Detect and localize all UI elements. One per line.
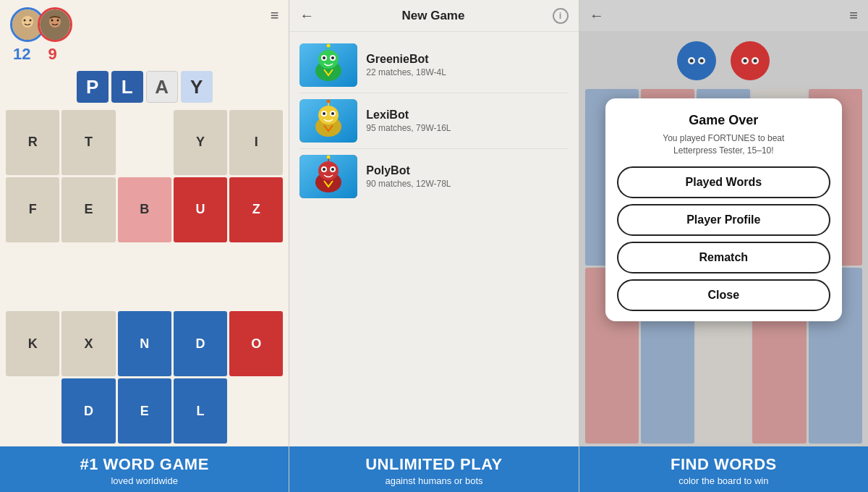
cell	[6, 245, 59, 310]
cell: E	[118, 378, 171, 444]
hamburger-menu-icon[interactable]: ≡	[271, 7, 279, 24]
bot-item-polybot[interactable]: PolyBot 90 matches, 12W-78L	[289, 149, 578, 204]
bot-stats-greeniebot: 22 matches, 18W-4L	[366, 67, 568, 77]
score-red: 9	[48, 45, 56, 64]
cell: N	[118, 311, 171, 376]
bot-info-polybot: PolyBot 90 matches, 12W-78L	[366, 164, 568, 189]
panel2-banner-main: UNLIMITED PLAY	[297, 455, 571, 474]
bot-name-polybot: PolyBot	[366, 164, 568, 177]
cell: E	[61, 177, 115, 242]
panel-1: 12 9 ≡ P L A Y R T Y I F E B U Z	[0, 0, 289, 492]
cell	[118, 110, 171, 175]
svg-point-34	[331, 168, 334, 171]
svg-point-25	[331, 112, 334, 115]
svg-point-16	[331, 56, 334, 59]
bot-thumb-polybot	[299, 155, 357, 198]
panel3-banner-main: FIND WORDS	[587, 455, 861, 474]
panel1-banner-main: #1 WORD GAME	[7, 455, 281, 474]
svg-point-27	[327, 100, 331, 103]
panel3-hamburger-icon[interactable]: ≡	[849, 7, 858, 24]
cell: K	[6, 311, 59, 376]
panel2-banner: UNLIMITED PLAY against humans or bots	[289, 446, 578, 492]
panel2-header: ← New Game i	[289, 0, 578, 32]
bot-item-lexibot[interactable]: LexiBot 95 matches, 79W-16L	[289, 93, 578, 148]
play-word: P L A Y	[0, 64, 289, 107]
cell: Y	[174, 110, 227, 175]
cell: T	[61, 110, 115, 175]
tile-P: P	[77, 71, 109, 103]
info-icon[interactable]: i	[553, 8, 569, 24]
cell: Z	[229, 177, 283, 242]
player-profile-button[interactable]: Player Profile	[617, 204, 830, 236]
played-words-button[interactable]: Played Words	[617, 166, 830, 198]
panel2-title: New Game	[402, 9, 465, 23]
svg-point-4	[30, 20, 32, 22]
bot-stats-polybot: 90 matches, 12W-78L	[366, 179, 568, 189]
panel3-banner-sub: color the board to win	[587, 475, 861, 486]
bot-thumb-lexibot	[299, 99, 357, 143]
board-grid: R T Y I F E B U Z K X N D O D E L	[0, 107, 289, 446]
cell: D	[174, 311, 227, 376]
avatar-player2	[38, 7, 72, 42]
panel2-banner-sub: against humans or bots	[297, 475, 571, 486]
svg-point-8	[51, 20, 54, 22]
modal-overlay: Game Over You played FORTUNES to beatLet…	[579, 31, 868, 389]
bot-info-lexibot: LexiBot 95 matches, 79W-16L	[366, 109, 568, 133]
svg-point-18	[327, 44, 331, 48]
svg-point-1	[22, 16, 33, 27]
close-button[interactable]: Close	[617, 279, 830, 311]
cell	[6, 378, 59, 444]
panel-3: ← ≡	[579, 0, 868, 492]
svg-point-36	[327, 156, 331, 159]
game-background: Game Over You played FORTUNES to beatLet…	[579, 31, 868, 446]
bot-thumb-greeniebot	[299, 43, 357, 87]
bot-info-greeniebot: GreenieBot 22 matches, 18W-4L	[366, 53, 568, 77]
cell: B	[118, 177, 171, 242]
game-over-modal: Game Over You played FORTUNES to beatLet…	[605, 98, 842, 322]
avatars-row	[10, 7, 72, 42]
bot-stats-lexibot: 95 matches, 79W-16L	[366, 123, 568, 133]
tile-A: A	[146, 71, 178, 103]
cell	[61, 245, 115, 310]
svg-point-15	[323, 56, 326, 59]
svg-point-24	[323, 112, 326, 115]
svg-point-33	[323, 168, 326, 171]
panel1-header: 12 9 ≡	[0, 0, 289, 64]
cell: X	[61, 311, 115, 376]
panel3-back-icon[interactable]: ←	[590, 7, 604, 24]
svg-point-3	[24, 20, 26, 22]
back-arrow-icon[interactable]: ←	[299, 7, 314, 24]
scores-row: 12 9	[10, 45, 57, 64]
panel3-header: ← ≡	[579, 0, 868, 31]
play-tiles: P L A Y	[77, 71, 213, 103]
cell: D	[61, 378, 115, 444]
bot-list: GreenieBot 22 matches, 18W-4L	[289, 32, 578, 446]
bot-name-greeniebot: GreenieBot	[366, 53, 568, 66]
cell	[229, 378, 283, 444]
tile-L: L	[111, 71, 143, 103]
cell: R	[6, 110, 59, 175]
modal-subtitle: You played FORTUNES to beatLetterpress T…	[617, 132, 830, 157]
cell: I	[229, 110, 283, 175]
panel1-banner-sub: loved worldwide	[7, 475, 281, 486]
score-blue: 12	[13, 45, 30, 64]
cell	[174, 245, 227, 310]
cell: U	[174, 177, 227, 242]
cell	[229, 245, 283, 310]
bot-item-greeniebot[interactable]: GreenieBot 22 matches, 18W-4L	[289, 38, 578, 93]
svg-point-9	[57, 20, 59, 22]
bot-name-lexibot: LexiBot	[366, 109, 568, 122]
rematch-button[interactable]: Rematch	[617, 242, 830, 273]
cell	[118, 245, 171, 310]
cell: L	[174, 378, 227, 444]
tile-Y: Y	[181, 71, 213, 103]
cell: F	[6, 177, 59, 242]
cell: O	[229, 311, 283, 376]
panel1-banner: #1 WORD GAME loved worldwide	[0, 446, 289, 492]
panel-2: ← New Game i	[289, 0, 579, 492]
panel3-banner: FIND WORDS color the board to win	[579, 446, 868, 492]
modal-title: Game Over	[617, 113, 830, 128]
